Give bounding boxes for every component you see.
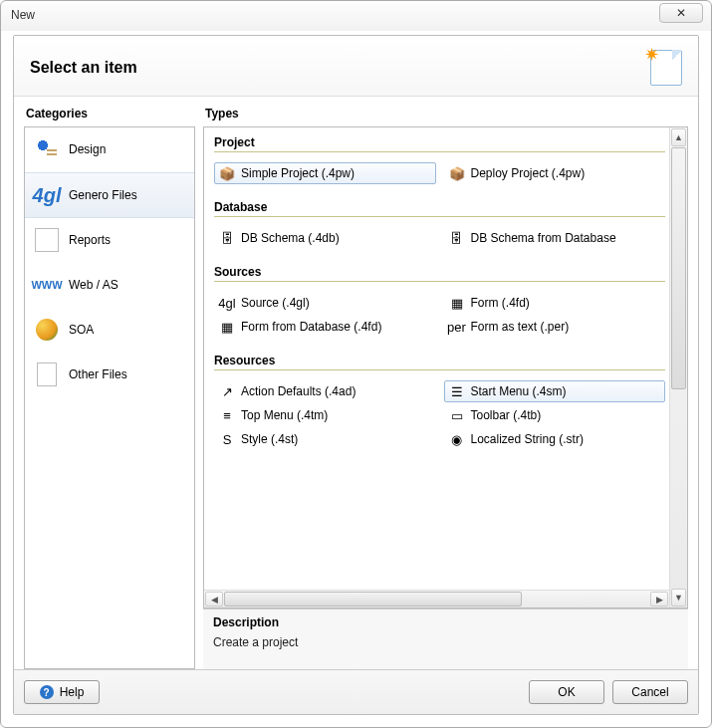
dialog-inner: Select an item ✷ Categories Design4glGen… <box>13 35 699 715</box>
group-body: 📦Simple Project (.4pw)📦Deploy Project (.… <box>214 152 665 192</box>
type-item-label: DB Schema from Database <box>471 231 616 245</box>
categories-panel: Categories Design4glGenero FilesReportsW… <box>24 103 195 669</box>
category-item[interactable]: 4glGenero Files <box>25 172 194 218</box>
titlebar: New ✕ <box>1 1 711 29</box>
types-list[interactable]: Project📦Simple Project (.4pw)📦Deploy Pro… <box>204 127 669 590</box>
other-files-icon <box>33 361 61 388</box>
group-body: 4glSource (.4gl)▦Form (.4fd)▦Form from D… <box>214 282 665 346</box>
type-item-label: DB Schema (.4db) <box>241 231 340 245</box>
group-body: ↗Action Defaults (.4ad)☰Start Menu (.4sm… <box>214 370 665 458</box>
form-db-icon: ▦ <box>219 319 235 335</box>
type-item-label: Start Menu (.4sm) <box>471 384 567 398</box>
type-item[interactable]: ▦Form (.4fd) <box>444 292 666 314</box>
dialog-header: Select an item ✷ <box>14 36 698 97</box>
category-label: Genero Files <box>69 188 137 202</box>
type-item[interactable]: perForm as text (.per) <box>444 316 666 338</box>
close-icon: ✕ <box>676 6 686 20</box>
description-label: Description <box>213 615 678 629</box>
type-item[interactable]: 🗄DB Schema from Database <box>444 227 666 249</box>
type-item[interactable]: SStyle (.4st) <box>214 428 436 450</box>
type-item-label: Style (.4st) <box>241 432 298 446</box>
cube-icon: 📦 <box>449 165 465 181</box>
types-frame: Project📦Simple Project (.4pw)📦Deploy Pro… <box>203 126 688 608</box>
category-label: Reports <box>69 233 111 247</box>
ok-button[interactable]: OK <box>529 680 604 704</box>
cancel-button[interactable]: Cancel <box>612 680 688 704</box>
type-item-label: Toolbar (.4tb) <box>471 408 542 422</box>
category-label: Other Files <box>69 367 127 381</box>
horizontal-scrollbar[interactable]: ◀ ▶ <box>204 590 669 607</box>
spark-icon: ✷ <box>644 44 659 66</box>
dialog-footer: ? Help OK Cancel <box>14 669 698 714</box>
types-label: Types <box>203 103 688 126</box>
description-text: Create a project <box>213 635 678 649</box>
toolbar-icon: ▭ <box>449 407 465 423</box>
type-item-label: Source (.4gl) <box>241 296 310 310</box>
string-icon: ◉ <box>449 431 465 447</box>
dialog-body: Categories Design4glGenero FilesReportsW… <box>14 97 698 669</box>
scroll-down-icon[interactable]: ▼ <box>671 589 686 607</box>
scroll-right-icon[interactable]: ▶ <box>650 592 668 607</box>
type-item[interactable]: ▦Form from Database (.4fd) <box>214 316 436 338</box>
type-item[interactable]: 📦Deploy Project (.4pw) <box>444 162 666 184</box>
category-item[interactable]: WWWWeb / AS <box>25 263 194 308</box>
scroll-thumb-h[interactable] <box>224 592 522 607</box>
design-icon <box>33 135 61 163</box>
category-item[interactable]: Other Files <box>25 353 194 397</box>
action-icon: ↗ <box>219 383 235 399</box>
db-icon: 🗄 <box>219 230 235 246</box>
type-item[interactable]: ◉Localized String (.str) <box>444 428 666 450</box>
group-header: Project <box>214 135 665 152</box>
soa-icon <box>33 316 61 344</box>
type-item[interactable]: 4glSource (.4gl) <box>214 292 436 314</box>
help-button-label: Help <box>60 685 85 699</box>
type-item-label: Localized String (.str) <box>471 432 584 446</box>
new-file-icon: ✷ <box>650 50 682 86</box>
scroll-up-icon[interactable]: ▲ <box>671 128 686 146</box>
db-icon: 🗄 <box>449 230 465 246</box>
scroll-left-icon[interactable]: ◀ <box>205 592 223 607</box>
type-item-label: Simple Project (.4pw) <box>241 166 355 180</box>
category-item[interactable]: Reports <box>25 218 194 263</box>
ok-button-label: OK <box>558 685 575 699</box>
categories-label: Categories <box>24 103 195 126</box>
type-item-label: Deploy Project (.4pw) <box>471 166 586 180</box>
category-item[interactable]: Design <box>25 127 194 172</box>
dialog-window: New ✕ Select an item ✷ Categories Design… <box>0 0 712 728</box>
close-button[interactable]: ✕ <box>659 3 703 23</box>
startmenu-icon: ☰ <box>449 383 465 399</box>
type-item[interactable]: ≡Top Menu (.4tm) <box>214 404 436 426</box>
vertical-scrollbar[interactable]: ▲ ▼ <box>669 127 687 607</box>
group-body: 🗄DB Schema (.4db)🗄DB Schema from Databas… <box>214 217 665 257</box>
types-panel: Types Project📦Simple Project (.4pw)📦Depl… <box>203 103 688 669</box>
genero-files-icon: 4gl <box>33 181 61 209</box>
type-item[interactable]: ▭Toolbar (.4tb) <box>444 404 666 426</box>
type-item[interactable]: 📦Simple Project (.4pw) <box>214 162 436 184</box>
help-icon: ? <box>40 685 54 699</box>
type-item-label: Form from Database (.4fd) <box>241 320 381 334</box>
type-item-label: Top Menu (.4tm) <box>241 408 328 422</box>
group-header: Sources <box>214 265 665 282</box>
help-button[interactable]: ? Help <box>24 680 100 704</box>
cube-icon: 📦 <box>219 165 235 181</box>
type-item[interactable]: 🗄DB Schema (.4db) <box>214 227 436 249</box>
cancel-button-label: Cancel <box>631 685 668 699</box>
reports-icon <box>33 226 61 254</box>
topmenu-icon: ≡ <box>219 407 235 423</box>
category-label: SOA <box>69 323 94 337</box>
form-icon: ▦ <box>449 295 465 311</box>
window-title: New <box>11 8 35 22</box>
group-header: Resources <box>214 354 665 370</box>
type-item[interactable]: ☰Start Menu (.4sm) <box>444 380 666 402</box>
source-icon: 4gl <box>219 295 235 311</box>
category-item[interactable]: SOA <box>25 308 194 353</box>
style-icon: S <box>219 431 235 447</box>
description-panel: Description Create a project <box>203 608 688 669</box>
type-item[interactable]: ↗Action Defaults (.4ad) <box>214 380 436 402</box>
category-label: Web / AS <box>69 278 119 292</box>
type-item-label: Form as text (.per) <box>471 320 570 334</box>
web-as-icon: WWW <box>33 271 61 299</box>
scroll-thumb-v[interactable] <box>671 147 686 389</box>
categories-list[interactable]: Design4glGenero FilesReportsWWWWeb / ASS… <box>24 126 195 669</box>
page-title: Select an item <box>30 59 137 77</box>
